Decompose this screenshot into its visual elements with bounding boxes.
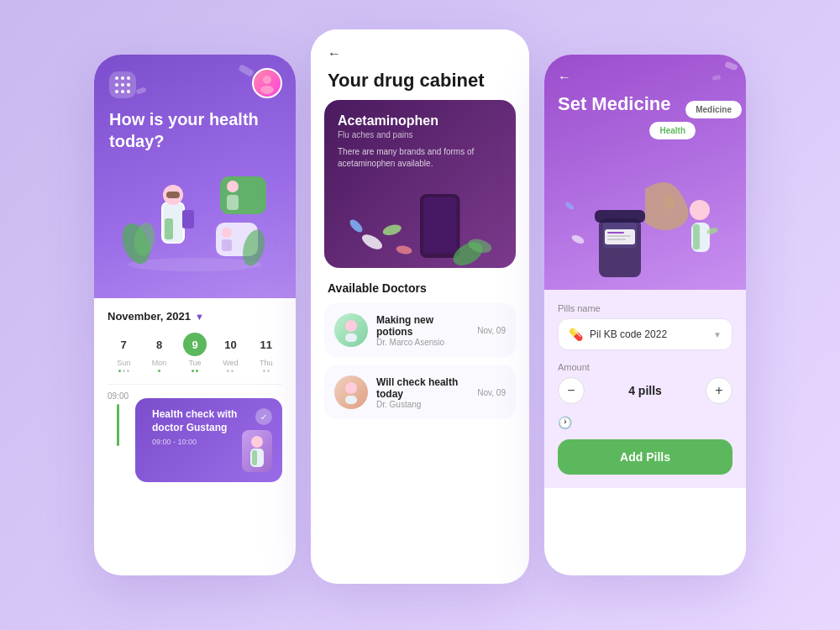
- card3-back-button[interactable]: ←: [558, 70, 732, 85]
- cal-dots-sun: [118, 370, 129, 372]
- cal-label-wed: Wed: [223, 359, 238, 367]
- doc-appt-title-2: Will check health today: [376, 376, 469, 400]
- doc-avatar-2: [334, 375, 368, 409]
- svg-point-2: [128, 258, 262, 271]
- svg-rect-8: [182, 210, 194, 228]
- appt-time: 09:00: [108, 391, 129, 446]
- doc-date-1: Nov, 09: [477, 326, 506, 335]
- svg-rect-35: [595, 210, 645, 223]
- doc-avatar-1: [334, 313, 368, 347]
- svg-point-25: [348, 218, 365, 234]
- svg-rect-32: [345, 396, 357, 404]
- set-medicine-illustration: [544, 155, 729, 290]
- available-doctors-section: Available Doctors Making new potions Dr.…: [311, 281, 529, 434]
- pills-name-value: Pil KB code 2022: [590, 328, 706, 340]
- svg-point-31: [345, 382, 357, 394]
- svg-point-18: [251, 436, 263, 448]
- appointment-card[interactable]: Health check with doctor Gustang 09:00 -…: [135, 398, 282, 482]
- amount-value: 4 pills: [593, 384, 697, 397]
- cal-date-9: 9: [183, 333, 207, 356]
- appt-title: Health check with doctor Gustang: [152, 408, 242, 434]
- amount-label: Amount: [558, 362, 732, 372]
- phone-card-2: ← Your drug cabinet Acetaminophen Flu ac…: [311, 29, 529, 584]
- doctor-card-1[interactable]: Making new potions Dr. Marco Asensio Nov…: [324, 303, 516, 357]
- svg-point-13: [222, 228, 232, 238]
- cal-dots-tue: [192, 370, 198, 372]
- svg-rect-11: [227, 195, 239, 210]
- amount-increase-button[interactable]: +: [706, 377, 732, 404]
- svg-rect-20: [252, 450, 257, 465]
- drug-description: There are many brands and forms of aceta…: [338, 146, 502, 170]
- cal-date-10: 10: [218, 333, 242, 356]
- pills-name-section: Pills name 💊 Pil KB code 2022 ▼: [558, 303, 732, 350]
- cal-day-sun[interactable]: 7 Sun: [108, 333, 139, 372]
- cal-label-sun: Sun: [117, 359, 130, 367]
- calendar-row: 7 Sun 8 Mon 9 Tue 10: [108, 333, 282, 372]
- svg-rect-39: [607, 239, 626, 240]
- appt-doctor-thumb: [242, 430, 272, 472]
- add-pills-button[interactable]: Add Pills: [558, 439, 732, 475]
- cal-date-11: 11: [255, 333, 278, 356]
- cal-date-8: 8: [148, 333, 171, 356]
- svg-point-23: [360, 232, 385, 253]
- appt-content: Health check with doctor Gustang 09:00 -…: [145, 408, 242, 446]
- phone-card-3: ← Set Medicine Health Medicine: [544, 55, 746, 575]
- doctors-section-title: Available Doctors: [311, 281, 529, 295]
- doctor-illustration: [111, 151, 279, 273]
- avatar[interactable]: [252, 68, 282, 98]
- cal-day-mon[interactable]: 8 Mon: [143, 333, 175, 372]
- month-label: November, 2021: [108, 310, 191, 323]
- card3-body: Pills name 💊 Pil KB code 2022 ▼ Amount −…: [544, 290, 746, 488]
- doctor-card-2[interactable]: Will check health today Dr. Gustang Nov,…: [324, 365, 516, 419]
- tag-health: Health: [649, 122, 696, 139]
- svg-rect-30: [345, 333, 357, 342]
- pills-name-input[interactable]: 💊 Pil KB code 2022 ▼: [558, 318, 732, 350]
- svg-point-24: [381, 223, 402, 237]
- drug-name: Acetaminophen: [338, 113, 502, 129]
- pills-dropdown-arrow[interactable]: ▼: [713, 330, 722, 339]
- drug-illustration: [324, 184, 516, 268]
- card1-header: How is your health today?: [94, 55, 296, 298]
- card1-greeting: How is your health today?: [109, 108, 281, 152]
- card2-back-button[interactable]: ←: [328, 46, 512, 61]
- amount-row: − 4 pills +: [558, 377, 732, 404]
- doc-appt-title-1: Making new potions: [376, 314, 469, 338]
- svg-rect-14: [222, 239, 232, 251]
- cal-day-wed[interactable]: 10 Wed: [214, 333, 246, 372]
- svg-rect-9: [220, 176, 266, 214]
- svg-rect-43: [693, 224, 700, 249]
- doc-name-2: Dr. Gustang: [376, 400, 469, 409]
- month-dropdown-arrow[interactable]: ▼: [195, 312, 204, 322]
- appointment-row: 09:00 Health check with doctor Gustang 0…: [108, 391, 282, 482]
- cal-day-tue[interactable]: 9 Tue: [179, 333, 211, 372]
- svg-point-26: [396, 244, 412, 255]
- svg-point-46: [564, 201, 575, 211]
- cal-dots-wed: [227, 370, 234, 372]
- svg-rect-38: [607, 235, 631, 237]
- cal-dots-mon: [158, 370, 160, 372]
- drug-subtitle: Flu aches and pains: [338, 130, 502, 139]
- doctor-avatar-1-svg: [338, 317, 365, 344]
- phone-card-1: How is your health today?: [94, 55, 296, 575]
- svg-point-41: [690, 200, 710, 220]
- tag-medicine: Medicine: [685, 101, 742, 118]
- grid-icon[interactable]: [109, 71, 136, 98]
- month-selector[interactable]: November, 2021 ▼: [108, 310, 282, 323]
- svg-point-10: [227, 181, 239, 192]
- doc-date-2: Nov, 09: [477, 388, 506, 397]
- clock-icon: 🕐: [558, 416, 572, 429]
- pill-icon: 💊: [569, 328, 583, 341]
- doctor-avatar-2-svg: [338, 379, 365, 406]
- cal-dots-thu: [263, 370, 270, 372]
- svg-rect-5: [165, 218, 173, 239]
- card2-header: ← Your drug cabinet: [311, 29, 529, 100]
- cal-label-thu: Thu: [260, 359, 273, 367]
- amount-decrease-button[interactable]: −: [558, 377, 585, 404]
- divider: [108, 384, 282, 385]
- clock-row: 🕐: [558, 416, 732, 429]
- svg-point-29: [345, 320, 357, 332]
- cal-label-tue: Tue: [188, 359, 201, 367]
- cal-day-thu[interactable]: 11 Thu: [250, 333, 282, 372]
- card2-title: Your drug cabinet: [328, 70, 512, 92]
- card1-body: November, 2021 ▼ 7 Sun 8 Mon 9 Tue: [94, 298, 296, 494]
